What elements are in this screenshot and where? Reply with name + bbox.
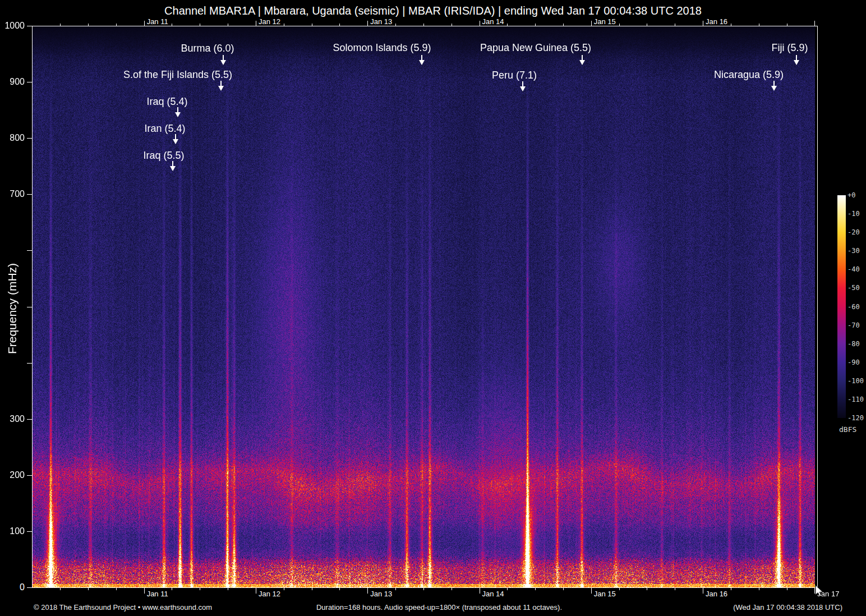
x-tick-label-top: Jan 11 <box>147 17 168 26</box>
x-tick-label-bottom: Jan 16 <box>706 590 727 598</box>
annotation-arrow-head-icon <box>771 86 777 91</box>
x-minor-tick-top <box>787 24 787 26</box>
colorbar-tick-label: -100 <box>847 377 864 385</box>
x-minor-tick-bottom <box>228 587 228 590</box>
footer-timestamp: (Wed Jan 17 00:04:38 2018 UTC) <box>733 603 842 612</box>
y-tick <box>27 250 33 251</box>
y-tick-label: 100 <box>2 526 25 536</box>
y-tick-label: 0 <box>2 582 25 592</box>
annotation-arrow-head-icon <box>419 60 425 65</box>
annotation-label: Peru (7.1) <box>492 70 537 81</box>
x-major-tick-top <box>367 21 368 26</box>
annotation-label: Papua New Guinea (5.5) <box>480 42 591 54</box>
x-minor-tick-top <box>423 24 424 26</box>
x-minor-tick-top <box>88 24 89 26</box>
annotation-label: Iraq (5.4) <box>146 96 187 108</box>
annotation-label: Fiji (5.9) <box>771 42 808 54</box>
y-tick-label: 800 <box>2 133 25 143</box>
chart-title: Channel MBAR1A | Mbarara, Uganda (seismi… <box>0 4 866 17</box>
y-tick <box>27 82 33 82</box>
y-tick <box>27 307 33 307</box>
x-minor-tick-bottom <box>535 587 536 590</box>
x-minor-tick-bottom <box>88 587 89 590</box>
colorbar-tick-label: -10 <box>847 210 860 218</box>
x-tick-label-bottom: Jan 15 <box>594 590 616 598</box>
x-minor-tick-top <box>759 24 759 26</box>
footer-copyright: © 2018 The Earthsound Project • www.eart… <box>34 603 212 612</box>
colorbar-tick-label: -90 <box>847 358 860 366</box>
x-minor-tick-bottom <box>60 587 61 590</box>
x-minor-tick-bottom <box>787 587 787 590</box>
y-tick <box>27 138 33 139</box>
y-tick <box>27 475 33 476</box>
x-minor-tick-top <box>619 24 620 26</box>
colorbar-tick-label: -50 <box>847 284 860 292</box>
x-minor-tick-top <box>172 24 172 26</box>
x-minor-tick-bottom <box>452 587 452 590</box>
annotation-label: Solomon Islands (5.9) <box>333 42 431 54</box>
x-tick-label-top: Jan 15 <box>594 17 616 26</box>
y-tick-label: 1000 <box>2 21 25 31</box>
annotation-arrow-head-icon <box>579 60 585 65</box>
colorbar-tick-label: -20 <box>847 228 860 236</box>
x-minor-tick-top <box>284 24 284 26</box>
x-minor-tick-bottom <box>647 587 647 590</box>
x-tick-label-top: Jan 12 <box>259 17 280 26</box>
x-minor-tick-top <box>647 24 647 26</box>
x-minor-tick-bottom <box>507 587 508 590</box>
y-tick <box>27 194 33 195</box>
x-minor-tick-bottom <box>284 587 284 590</box>
x-minor-tick-bottom <box>312 587 312 590</box>
x-minor-tick-top <box>395 24 396 26</box>
x-minor-tick-bottom <box>116 587 117 590</box>
x-minor-tick-top <box>60 24 61 26</box>
annotation-arrow-head-icon <box>173 139 178 144</box>
annotation-arrow-head-icon <box>794 60 799 65</box>
colorbar-tick-label: -80 <box>847 340 860 348</box>
bottom-axis-line <box>32 587 818 588</box>
mouse-cursor <box>814 585 827 598</box>
x-minor-tick-top <box>339 24 340 26</box>
x-major-tick-bottom <box>144 587 145 594</box>
x-minor-tick-bottom <box>172 587 172 590</box>
colorbar-tick-label: -110 <box>847 396 864 403</box>
x-minor-tick-bottom <box>339 587 340 590</box>
colorbar-tick-label: -30 <box>847 247 860 255</box>
y-tick <box>27 419 33 420</box>
x-minor-tick-top <box>452 24 452 26</box>
x-minor-tick-bottom <box>423 587 424 590</box>
x-major-tick-top <box>480 21 480 26</box>
spectrogram-canvas <box>33 26 815 587</box>
x-minor-tick-top <box>731 24 731 26</box>
x-minor-tick-bottom <box>200 587 200 590</box>
x-minor-tick-bottom <box>731 587 731 590</box>
y-tick-label: 700 <box>2 189 25 199</box>
annotation-label: Burma (6.0) <box>181 43 234 54</box>
x-minor-tick-bottom <box>563 587 564 590</box>
x-major-tick-top <box>591 21 592 26</box>
x-tick-label-top: Jan 16 <box>706 17 727 26</box>
x-minor-tick-top <box>312 24 312 26</box>
colorbar-tick-label: -60 <box>847 303 860 311</box>
colorbar-tick-label: -120 <box>847 414 864 422</box>
annotation-arrow-head-icon <box>175 112 181 117</box>
x-major-tick-bottom <box>367 587 368 594</box>
y-tick-label: 200 <box>2 470 25 480</box>
x-tick-label-bottom: Jan 11 <box>147 590 168 598</box>
annotation-arrow-head-icon <box>220 60 226 65</box>
x-major-tick-bottom <box>256 587 256 594</box>
x-minor-tick-top <box>535 24 536 26</box>
x-minor-tick-top <box>563 24 564 26</box>
x-major-tick-top <box>703 21 703 26</box>
x-minor-tick-top <box>675 24 675 26</box>
x-tick-label-top: Jan 13 <box>370 17 392 26</box>
x-tick-label-top: Jan 14 <box>482 17 504 26</box>
annotation-arrow-head-icon <box>170 166 176 171</box>
annotation-label: Nicaragua (5.9) <box>714 69 784 81</box>
x-tick-label-bottom: Jan 14 <box>482 590 504 598</box>
x-major-tick-top <box>256 21 256 26</box>
y-tick <box>27 531 33 532</box>
footer-duration: Duration=168 hours. Audio speed-up=1800×… <box>316 603 562 612</box>
y-tick <box>27 363 33 364</box>
y-tick-label: 900 <box>2 77 25 87</box>
